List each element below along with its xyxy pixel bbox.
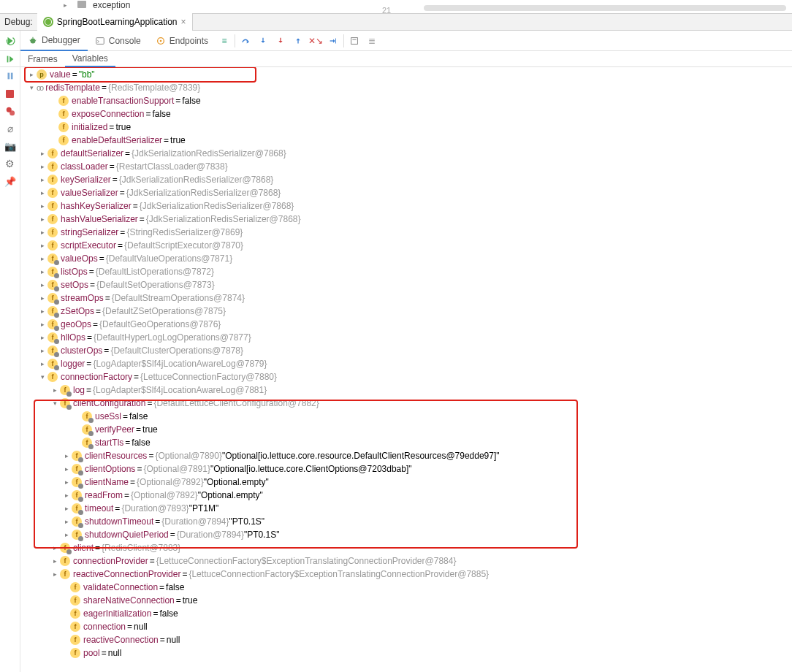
tree-row[interactable]: fkeySerializer={JdkSerializationRedisSer… [20,173,792,186]
drop-frame-button[interactable]: ✕↘ [308,34,323,48]
caret-icon[interactable] [37,291,47,305]
tree-row[interactable]: fshutdownTimeout={Duration@7894} "PT0.1S… [20,515,792,528]
mute-breakpoints-button[interactable]: ⌀ [4,123,16,134]
tree-row[interactable]: freadFrom={Optional@7892} "Optional.empt… [20,489,792,502]
caret-icon[interactable] [37,160,47,173]
tree-row[interactable]: fhashKeySerializer={JdkSerializationRedi… [20,199,792,213]
tree-row[interactable]: fclassLoader={RestartClassLoader@7838} [20,160,792,173]
tree-row[interactable]: fshutdownQuietPeriod={Duration@7894} "PT… [20,528,792,541]
scrollbar-track[interactable] [424,5,786,11]
tree-row[interactable]: fenableTransactionSupport=false [20,94,792,107]
tree-row[interactable]: fexposeConnection=false [20,107,792,121]
tab-console[interactable]: Console [88,31,148,51]
view-breakpoints-button[interactable] [4,105,16,117]
tree-row[interactable]: fzSetOps={DefaultZSetOperations@7875} [20,305,792,318]
tree-row[interactable]: fclientName={Optional@7892} "Optional.em… [20,476,792,489]
step-out-button[interactable] [291,34,305,48]
caret-icon[interactable] [37,186,47,199]
caret-icon[interactable] [61,502,72,515]
tree-row[interactable]: fclient={RedisClient@7883} [20,541,792,554]
tree-node-exception[interactable]: exception [93,0,130,10]
pause-button[interactable] [4,70,16,82]
run-to-cursor-button[interactable] [326,34,340,48]
tree-row[interactable]: fverifyPeer=true [20,423,792,436]
caret-icon[interactable] [37,173,47,186]
caret-icon[interactable] [50,568,60,581]
caret-icon[interactable] [61,476,72,489]
tree-row[interactable]: fvalidateConnection=false [20,581,792,594]
settings-button[interactable]: ⚙ [4,158,16,169]
caret-icon[interactable] [61,528,72,541]
caret-icon[interactable] [37,199,47,213]
evaluate-button[interactable] [347,34,362,48]
debug-config-tab[interactable]: SpringBootLearningApplication × [37,13,193,31]
caret-icon[interactable] [50,383,60,397]
tree-row[interactable]: fstreamOps={DefaultStreamOperations@7874… [20,291,792,305]
caret-icon[interactable] [37,265,47,278]
tree-row[interactable]: finitialized=true [20,121,792,134]
resume-button[interactable] [0,51,20,66]
caret-icon[interactable] [61,462,72,476]
caret-icon[interactable] [37,370,47,383]
caret-icon[interactable] [61,449,72,462]
more-tabs-button[interactable]: ≡ [217,34,232,48]
caret-icon[interactable] [61,515,72,528]
tree-row[interactable]: fconnectionProvider={LettuceConnectionFa… [20,554,792,568]
variables-tree[interactable]: pvalue="bb" ooredisTemplate={RedisTempla… [20,67,792,672]
tree-row[interactable]: fenableDefaultSerializer=true [20,134,792,147]
tree-row[interactable]: fgeoOps={DefaultGeoOperations@7876} [20,318,792,331]
tree-row[interactable]: fpool=null [20,646,792,660]
caret-icon[interactable] [50,541,60,554]
tree-row[interactable]: fstringSerializer={StringRedisSerializer… [20,226,792,239]
tree-row[interactable]: fshareNativeConnection=true [20,594,792,607]
caret-icon[interactable] [37,305,47,318]
tree-row[interactable]: fclientConfiguration={DefaultLettuceClie… [20,397,792,410]
tree-row[interactable]: fconnection=null [20,620,792,633]
step-over-button[interactable] [238,34,253,48]
trace-button[interactable]: ≣ [365,34,379,48]
caret-icon[interactable] [37,252,47,265]
tree-row[interactable]: flog={LogAdapter$Slf4jLocationAwareLog@7… [20,383,792,397]
caret-icon[interactable] [50,554,60,568]
caret-icon[interactable] [37,213,47,226]
caret-icon[interactable] [37,278,47,291]
caret-icon[interactable] [26,81,37,94]
tree-row[interactable]: ftimeout={Duration@7893} "PT1M" [20,502,792,515]
rerun-button[interactable] [0,31,20,50]
tree-row[interactable]: pvalue="bb" [20,68,792,81]
tree-row[interactable]: fsetOps={DefaultSetOperations@7873} [20,278,792,291]
tree-row[interactable]: fstartTls=false [20,436,792,449]
tree-row[interactable]: fhashValueSerializer={JdkSerializationRe… [20,213,792,226]
pin-button[interactable]: 📌 [4,175,16,187]
tab-endpoints[interactable]: Endpoints [148,31,216,51]
subtab-variables[interactable]: Variables [65,51,115,67]
tree-row[interactable]: fhllOps={DefaultHyperLogLogOperations@78… [20,331,792,344]
tree-row[interactable]: fscriptExecutor={DefaultScriptExecutor@7… [20,239,792,252]
step-into-button[interactable] [256,34,270,48]
tree-row[interactable]: fvalueOps={DefaultValueOperations@7871} [20,252,792,265]
chevron-right-icon[interactable]: ▸ [64,1,67,9]
tree-row[interactable]: fdefaultSerializer={JdkSerializationRedi… [20,147,792,160]
tree-row[interactable]: fclientResources={Optional@7890} "Option… [20,449,792,462]
subtab-frames[interactable]: Frames [20,51,65,67]
tab-debugger[interactable]: Debugger [20,31,88,51]
caret-icon[interactable] [50,397,60,410]
caret-icon[interactable] [37,331,47,344]
caret-icon[interactable] [37,147,47,160]
caret-icon[interactable] [37,226,47,239]
tree-row[interactable]: freactiveConnection=null [20,633,792,646]
caret-icon[interactable] [61,489,72,502]
close-icon[interactable]: × [181,17,186,27]
tree-row[interactable]: fvalueSerializer={JdkSerializationRedisS… [20,186,792,199]
tree-row[interactable]: ooredisTemplate={RedisTemplate@7839} [20,81,792,94]
tree-row[interactable]: flistOps={DefaultListOperations@7872} [20,265,792,278]
caret-icon[interactable] [37,318,47,331]
tree-row[interactable]: fclientOptions={Optional@7891} "Optional… [20,462,792,476]
tree-row[interactable]: feagerInitialization=false [20,607,792,620]
tree-row[interactable]: flogger={LogAdapter$Slf4jLocationAwareLo… [20,357,792,370]
tree-row[interactable]: fclusterOps={DefaultClusterOperations@78… [20,344,792,357]
tree-row[interactable]: freactiveConnectionProvider={LettuceConn… [20,568,792,581]
get-thread-dump-button[interactable]: 📷 [4,140,16,152]
force-step-into-button[interactable] [273,34,288,48]
caret-icon[interactable] [37,239,47,252]
